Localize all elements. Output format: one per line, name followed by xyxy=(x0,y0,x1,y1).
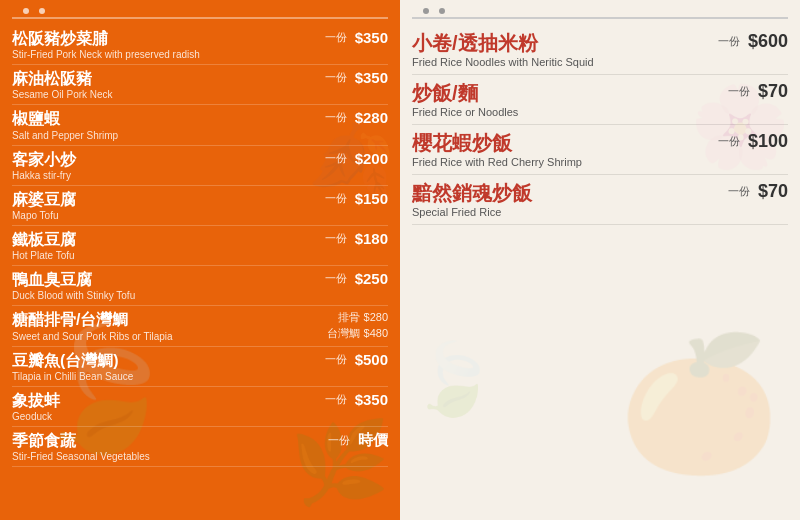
left-menu-item: 季節食蔬Stir-Fried Seasonal Vegetables一份時價 xyxy=(12,427,388,467)
item-chinese: 豆瓣魚(台灣鯛) xyxy=(12,351,317,370)
portion-label: 一份 xyxy=(718,134,740,149)
right-dot-1 xyxy=(423,8,429,14)
item-chinese: 炒飯/麵 xyxy=(412,81,720,105)
item-left: 季節食蔬Stir-Fried Seasonal Vegetables xyxy=(12,431,320,462)
portion-label: 一份 xyxy=(728,184,750,199)
item-english: Hot Plate Tofu xyxy=(12,250,317,261)
left-menu-item: 象拔蚌Geoduck一份$350 xyxy=(12,387,388,427)
item-right: 一份$100 xyxy=(710,131,788,152)
left-menu-item: 松阪豬炒菜脯Stir-Fried Pork Neck with preserve… xyxy=(12,25,388,65)
item-left: 麻婆豆腐Mapo Tofu xyxy=(12,190,317,221)
item-chinese: 麻油松阪豬 xyxy=(12,69,317,88)
price-label: $350 xyxy=(355,29,388,46)
left-panel: 🍃 🌿 🍂 松阪豬炒菜脯Stir-Fried Pork Neck with pr… xyxy=(0,0,400,520)
item-right: 一份$250 xyxy=(317,270,388,287)
item-left: 麻油松阪豬Sesame Oil Pork Neck xyxy=(12,69,317,100)
price-label: $280 xyxy=(355,109,388,126)
item-left: 象拔蚌Geoduck xyxy=(12,391,317,422)
portion-label: 一份 xyxy=(728,84,750,99)
item-right: 一份$350 xyxy=(317,69,388,86)
right-menu-item: 櫻花蝦炒飯Fried Rice with Red Cherry Shrimp一份… xyxy=(412,125,788,175)
item-chinese: 糖醋排骨/台灣鯛 xyxy=(12,310,319,329)
item-left: 鐵板豆腐Hot Plate Tofu xyxy=(12,230,317,261)
price-label: $350 xyxy=(355,391,388,408)
item-left: 炒飯/麵Fried Rice or Noodles xyxy=(412,81,720,118)
portion-label: 一份 xyxy=(325,271,347,286)
portion-label: 一份 xyxy=(325,392,347,407)
item-english: Duck Blood with Stinky Tofu xyxy=(12,290,317,301)
item-english: Stir-Fried Pork Neck with preserved radi… xyxy=(12,49,317,60)
item-right: 一份$600 xyxy=(710,31,788,52)
price-block: 排骨 $280台灣鯛 $480 xyxy=(327,310,388,341)
price-label: $350 xyxy=(355,69,388,86)
item-left: 鴨血臭豆腐Duck Blood with Stinky Tofu xyxy=(12,270,317,301)
item-english: Fried Rice Noodles with Neritic Squid xyxy=(412,56,710,68)
right-dot-2 xyxy=(439,8,445,14)
item-right: 一份$180 xyxy=(317,230,388,247)
price-label: $70 xyxy=(758,81,788,102)
item-english: Sesame Oil Pork Neck xyxy=(12,89,317,100)
price-label: $600 xyxy=(748,31,788,52)
item-right: 一份時價 xyxy=(320,431,388,450)
price-label: $70 xyxy=(758,181,788,202)
item-chinese: 椒鹽蝦 xyxy=(12,109,317,128)
left-header xyxy=(12,8,388,19)
left-menu-item: 客家小炒Hakka stir-fry一份$200 xyxy=(12,146,388,186)
item-english: Geoduck xyxy=(12,411,317,422)
price-label: $500 xyxy=(355,351,388,368)
item-chinese: 客家小炒 xyxy=(12,150,317,169)
left-menu-list: 松阪豬炒菜脯Stir-Fried Pork Neck with preserve… xyxy=(12,25,388,467)
item-left: 糖醋排骨/台灣鯛Sweet and Sour Pork Ribs or Tila… xyxy=(12,310,319,341)
item-english: Mapo Tofu xyxy=(12,210,317,221)
left-dot-1 xyxy=(23,8,29,14)
item-english: Sweet and Sour Pork Ribs or Tilapia xyxy=(12,331,319,342)
price-label: $250 xyxy=(355,270,388,287)
item-left: 客家小炒Hakka stir-fry xyxy=(12,150,317,181)
item-right: 一份$70 xyxy=(720,181,788,202)
price-label: $100 xyxy=(748,131,788,152)
portion-label: 一份 xyxy=(325,191,347,206)
portion-label: 一份 xyxy=(718,34,740,49)
item-english: Hakka stir-fry xyxy=(12,170,317,181)
left-menu-item: 麻油松阪豬Sesame Oil Pork Neck一份$350 xyxy=(12,65,388,105)
item-chinese: 鐵板豆腐 xyxy=(12,230,317,249)
item-chinese: 麻婆豆腐 xyxy=(12,190,317,209)
item-right: 一份$350 xyxy=(317,391,388,408)
price-label: $180 xyxy=(355,230,388,247)
item-english: Stir-Fried Seasonal Vegetables xyxy=(12,451,320,462)
item-right: 排骨 $280台灣鯛 $480 xyxy=(319,310,388,341)
portion-label: 一份 xyxy=(325,151,347,166)
item-left: 椒鹽蝦Salt and Pepper Shrimp xyxy=(12,109,317,140)
item-chinese: 象拔蚌 xyxy=(12,391,317,410)
right-panel: 🍊 🌸 🍃 小卷/透抽米粉Fried Rice Noodles with Ner… xyxy=(400,0,800,520)
item-right: 一份$200 xyxy=(317,150,388,167)
left-menu-item: 椒鹽蝦Salt and Pepper Shrimp一份$280 xyxy=(12,105,388,145)
item-english: Salt and Pepper Shrimp xyxy=(12,130,317,141)
portion-label: 一份 xyxy=(325,30,347,45)
item-english: Special Fried Rice xyxy=(412,206,720,218)
item-right: 一份$70 xyxy=(720,81,788,102)
item-left: 櫻花蝦炒飯Fried Rice with Red Cherry Shrimp xyxy=(412,131,710,168)
item-left: 豆瓣魚(台灣鯛)Tilapia in Chilli Bean Sauce xyxy=(12,351,317,382)
item-right: 一份$280 xyxy=(317,109,388,126)
deco-right-1: 🍊 xyxy=(618,328,780,480)
item-chinese: 鴨血臭豆腐 xyxy=(12,270,317,289)
item-chinese: 小卷/透抽米粉 xyxy=(412,31,710,55)
item-english: Fried Rice or Noodles xyxy=(412,106,720,118)
price-label: 時價 xyxy=(358,431,388,450)
left-menu-item: 鐵板豆腐Hot Plate Tofu一份$180 xyxy=(12,226,388,266)
right-menu-item: 小卷/透抽米粉Fried Rice Noodles with Neritic S… xyxy=(412,25,788,75)
left-menu-item: 豆瓣魚(台灣鯛)Tilapia in Chilli Bean Sauce一份$5… xyxy=(12,347,388,387)
item-left: 小卷/透抽米粉Fried Rice Noodles with Neritic S… xyxy=(412,31,710,68)
left-menu-item: 麻婆豆腐Mapo Tofu一份$150 xyxy=(12,186,388,226)
item-left: 黯然銷魂炒飯Special Fried Rice xyxy=(412,181,720,218)
right-menu-item: 黯然銷魂炒飯Special Fried Rice一份$70 xyxy=(412,175,788,225)
portion-label: 一份 xyxy=(325,352,347,367)
right-menu-item: 炒飯/麵Fried Rice or Noodles一份$70 xyxy=(412,75,788,125)
portion-label: 一份 xyxy=(325,231,347,246)
price-label: $200 xyxy=(355,150,388,167)
portion-label: 一份 xyxy=(325,70,347,85)
item-left: 松阪豬炒菜脯Stir-Fried Pork Neck with preserve… xyxy=(12,29,317,60)
item-english: Tilapia in Chilli Bean Sauce xyxy=(12,371,317,382)
right-header xyxy=(412,8,788,19)
